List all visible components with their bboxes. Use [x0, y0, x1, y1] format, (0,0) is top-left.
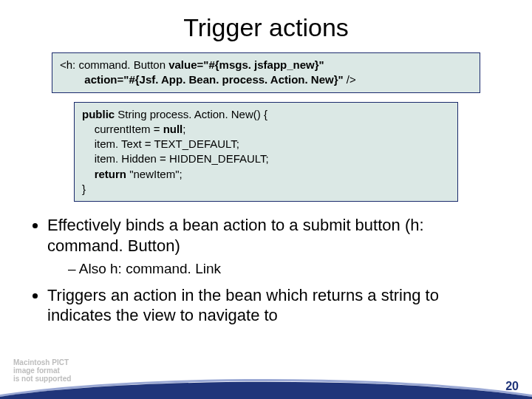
code-line: <h: command. Button	[60, 58, 168, 71]
code-line: item. Text = TEXT_DEFAULT;	[82, 137, 239, 150]
keyword: return	[95, 168, 126, 180]
page-number: 20	[505, 380, 519, 393]
code-line: item. Hidden = HIDDEN_DEFAULT;	[82, 152, 269, 165]
placeholder-line: Macintosh PICT	[13, 358, 71, 366]
code-line: ;	[183, 123, 185, 135]
bullet-item: Triggers an action in the bean which ret…	[47, 285, 502, 326]
slide-title: Trigger actions	[22, 13, 510, 42]
code-line-bold: value="#{msgs. jsfapp_new}"	[168, 58, 324, 71]
code-line: "newItem";	[126, 168, 183, 180]
code-line: />	[347, 73, 356, 86]
placeholder-line: image format	[13, 366, 71, 375]
code-block-java: public String process. Action. New() { c…	[74, 102, 458, 202]
image-placeholder-note: Macintosh PICT image format is not suppo…	[13, 358, 71, 383]
code-line-bold: action="#{Jsf. App. Bean. process. Actio…	[60, 73, 347, 86]
sub-bullet-item: Also h: command. Link	[68, 260, 502, 278]
bullet-item: Effectively binds a bean action to a sub…	[47, 215, 502, 278]
placeholder-line: is not supported	[13, 375, 71, 383]
slide: Trigger actions <h: command. Button valu…	[0, 0, 532, 399]
code-line: String process. Action. New() {	[115, 108, 267, 120]
footer-decoration	[0, 372, 532, 399]
bullet-list: Effectively binds a bean action to a sub…	[30, 215, 502, 326]
code-line	[82, 168, 95, 180]
keyword: public	[82, 108, 115, 120]
bullet-text: Effectively binds a bean action to a sub…	[47, 216, 424, 255]
keyword: null	[163, 123, 183, 135]
code-line: currentItem =	[82, 123, 163, 135]
code-line: }	[82, 183, 86, 195]
code-block-xml: <h: command. Button value="#{msgs. jsfap…	[52, 52, 480, 93]
